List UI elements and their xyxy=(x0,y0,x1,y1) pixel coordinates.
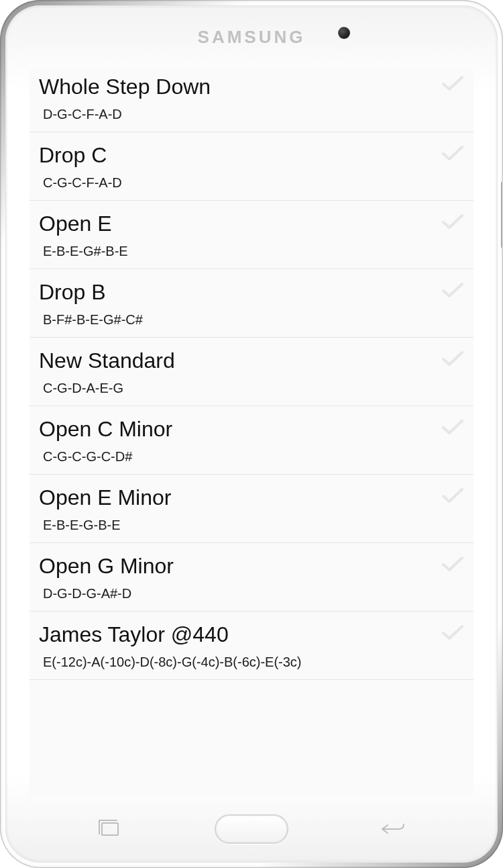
check-icon xyxy=(441,624,464,641)
tuning-name: Whole Step Down xyxy=(39,73,461,100)
device-body: SAMSUNG Whole Step DownD-G-C-F-A-DDrop C… xyxy=(5,5,498,863)
brand-logo: SAMSUNG xyxy=(198,27,306,48)
recent-apps-icon xyxy=(101,822,119,836)
check-icon xyxy=(441,144,464,162)
check-icon xyxy=(441,213,464,230)
tuning-notes: C-G-D-A-E-G xyxy=(39,381,461,396)
list-item[interactable]: Open E MinorE-B-E-G-B-E xyxy=(30,475,473,543)
tuning-name: Open E Minor xyxy=(39,484,461,511)
tuning-list: Whole Step DownD-G-C-F-A-DDrop CC-G-C-F-… xyxy=(30,69,473,680)
check-icon xyxy=(441,350,464,367)
tuning-notes: D-G-C-F-A-D xyxy=(39,107,461,122)
tuning-name: James Taylor @440 xyxy=(39,621,461,648)
tuning-notes: E-B-E-G#-B-E xyxy=(39,244,461,259)
tablet-device-frame: SAMSUNG Whole Step DownD-G-C-F-A-DDrop C… xyxy=(0,0,503,868)
check-icon xyxy=(441,75,464,92)
list-item[interactable]: Open G MinorD-G-D-G-A#-D xyxy=(30,543,473,612)
tuning-notes: C-G-C-G-C-D# xyxy=(39,449,461,465)
check-icon xyxy=(441,555,464,573)
screen: Whole Step DownD-G-C-F-A-DDrop CC-G-C-F-… xyxy=(30,69,473,795)
check-icon xyxy=(441,418,464,436)
back-button[interactable] xyxy=(378,819,408,839)
device-top-bar: SAMSUNG xyxy=(5,5,498,69)
tuning-name: Drop B xyxy=(39,279,461,305)
list-item[interactable]: Drop CC-G-C-F-A-D xyxy=(30,132,473,201)
tuning-notes: C-G-C-F-A-D xyxy=(39,175,461,191)
list-item[interactable]: Drop BB-F#-B-E-G#-C# xyxy=(30,269,473,338)
tuning-notes: D-G-D-G-A#-D xyxy=(39,586,461,601)
front-camera xyxy=(338,27,350,39)
tuning-notes: E-B-E-G-B-E xyxy=(39,518,461,533)
list-item[interactable]: Open EE-B-E-G#-B-E xyxy=(30,201,473,269)
tuning-notes: B-F#-B-E-G#-C# xyxy=(39,312,461,328)
list-item[interactable]: James Taylor @440E(-12c)-A(-10c)-D(-8c)-… xyxy=(30,612,473,680)
list-item[interactable]: Open C MinorC-G-C-G-C-D# xyxy=(30,406,473,475)
check-icon xyxy=(441,281,464,299)
list-item[interactable]: Whole Step DownD-G-C-F-A-D xyxy=(30,69,473,132)
recent-apps-button[interactable] xyxy=(95,819,125,839)
tuning-name: New Standard xyxy=(39,347,461,374)
tuning-name: Open G Minor xyxy=(39,552,461,579)
check-icon xyxy=(441,487,464,504)
tuning-name: Open C Minor xyxy=(39,416,461,442)
tuning-notes: E(-12c)-A(-10c)-D(-8c)-G(-4c)-B(-6c)-E(-… xyxy=(39,655,461,670)
tuning-name: Drop C xyxy=(39,142,461,168)
hardware-buttons xyxy=(5,795,498,863)
home-button[interactable] xyxy=(215,814,288,844)
list-item[interactable]: New StandardC-G-D-A-E-G xyxy=(30,338,473,406)
back-icon xyxy=(378,821,408,837)
tuning-name: Open E xyxy=(39,210,461,237)
